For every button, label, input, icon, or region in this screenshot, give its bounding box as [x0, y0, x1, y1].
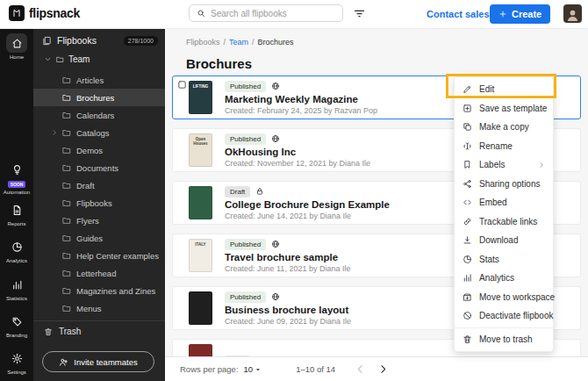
- folder-label: Help Center examples: [76, 251, 159, 261]
- folder-icon: [62, 269, 71, 277]
- sidebar-folder-calendars[interactable]: Calendars: [33, 106, 165, 124]
- rail-item-reports[interactable]: Reports: [0, 200, 33, 226]
- soon-badge: SOON: [8, 181, 26, 188]
- menu-divider: [455, 327, 553, 328]
- settings-gear-icon: [11, 353, 23, 364]
- invite-teammates-button[interactable]: Invite teammates: [42, 351, 154, 372]
- search-input[interactable]: Search all flipbooks: [189, 4, 343, 22]
- menu-item-edit[interactable]: Edit: [455, 80, 553, 99]
- rail-item-analytics[interactable]: Analytics: [0, 237, 33, 263]
- previous-page-button[interactable]: [355, 363, 366, 375]
- rail-item-automation[interactable]: SOON Automation: [0, 160, 33, 195]
- sidebar-folder-articles[interactable]: Articles: [33, 71, 165, 89]
- menu-item-download[interactable]: Download: [455, 231, 553, 250]
- menu-item-labels[interactable]: Labels: [455, 155, 553, 175]
- statistics-icon: [11, 279, 23, 291]
- sidebar-folder-draft[interactable]: Draft: [33, 176, 165, 194]
- rail-item-statistics[interactable]: Statistics: [0, 275, 33, 301]
- menu-item-analytics[interactable]: Analytics: [455, 269, 553, 288]
- menu-item-move-to-workspace[interactable]: Move to workspace: [455, 288, 553, 307]
- folder-icon: [62, 216, 71, 225]
- breadcrumb-team[interactable]: Team: [229, 38, 248, 47]
- breadcrumb-separator: /: [224, 38, 226, 47]
- menu-item-rename[interactable]: Rename: [455, 137, 553, 156]
- code-icon: [463, 198, 472, 207]
- icon-rail: Home SOON Automation Reports Analytics S…: [0, 28, 33, 381]
- chevron-right-icon: [51, 129, 58, 136]
- sidebar-folder-menus[interactable]: Menus: [33, 299, 165, 317]
- flipbook-thumbnail: ITALY: [189, 239, 212, 272]
- sidebar-folder-demos[interactable]: Demos: [33, 141, 165, 159]
- breadcrumb-flipbooks[interactable]: Flipbooks: [186, 38, 220, 47]
- rail-label: Automation: [4, 190, 30, 195]
- sidebar-folder-flyers[interactable]: Flyers: [33, 212, 165, 229]
- create-button[interactable]: Create: [490, 4, 550, 24]
- sidebar-header-flipbooks[interactable]: Flipbooks 278/1000: [33, 28, 165, 51]
- menu-item-embed[interactable]: Embed: [455, 193, 553, 212]
- rail-item-branding[interactable]: Branding: [0, 312, 33, 338]
- sidebar-header-label: Flipbooks: [57, 35, 97, 46]
- next-page-button[interactable]: [377, 363, 389, 375]
- sidebar-folder-catalogs[interactable]: Catalogs: [33, 124, 165, 141]
- menu-item-label: Move to trash: [479, 334, 533, 344]
- copy-icon: [463, 122, 472, 132]
- user-avatar[interactable]: [563, 4, 582, 23]
- globe-icon: [271, 292, 280, 301]
- contact-sales-link[interactable]: Contact sales: [427, 9, 490, 19]
- flipbook-context-menu: Edit Save as template Make a copy Rename…: [454, 76, 554, 352]
- rows-per-page-value: 10: [244, 364, 254, 374]
- page-title: Brochures: [186, 56, 252, 71]
- menu-item-save-as-template[interactable]: Save as template: [455, 99, 553, 119]
- top-bar: flipsnack Search all flipbooks Contact s…: [0, 0, 588, 29]
- folder-icon: [62, 163, 71, 172]
- rows-per-page-label: Rows per page:: [180, 364, 239, 374]
- rail-item-settings[interactable]: Settings: [0, 349, 33, 375]
- breadcrumb-current: Brochures: [258, 38, 294, 47]
- menu-item-label: Stats: [479, 255, 499, 264]
- menu-item-move-to-trash[interactable]: Move to trash: [455, 330, 553, 349]
- filter-icon[interactable]: [353, 7, 366, 20]
- folder-label: Documents: [76, 163, 118, 173]
- flipbook-title: Marketing Weekly Magazine: [225, 94, 377, 104]
- flipbook-meta: Created: June 11, 2021 by Diana Ile: [225, 264, 350, 273]
- invite-icon: [59, 357, 68, 367]
- sidebar-item-team[interactable]: Team: [33, 51, 165, 68]
- home-icon: [11, 38, 23, 49]
- folder-label: Brochures: [76, 93, 114, 103]
- sidebar-folder-help-center-examples[interactable]: Help Center examples: [33, 247, 165, 264]
- folder-icon: [62, 304, 71, 313]
- sidebar-folder-brochures[interactable]: Brochures: [33, 89, 165, 106]
- menu-item-sharing-options[interactable]: Sharing options: [455, 175, 553, 194]
- menu-item-make-a-copy[interactable]: Make a copy: [455, 118, 553, 137]
- sidebar-folder-flipbooks[interactable]: Flipbooks: [33, 194, 165, 212]
- status-badge: Draft: [225, 186, 250, 198]
- reports-icon: [11, 205, 23, 216]
- menu-item-label: Embed: [479, 198, 507, 207]
- folder-icon: [62, 93, 71, 102]
- sidebar-folder-magazines-and-zines[interactable]: Magazines and Zines: [33, 282, 165, 299]
- status-badge: Published: [225, 133, 266, 145]
- flipbook-title: Travel brochure sample: [225, 252, 350, 262]
- person-icon: [565, 8, 580, 23]
- menu-item-stats[interactable]: Stats: [455, 250, 553, 270]
- flipbook-thumbnail: [189, 291, 212, 325]
- sidebar-folder-documents[interactable]: Documents: [33, 159, 165, 176]
- rows-per-page-select[interactable]: 10: [244, 364, 263, 374]
- folder-label: Letterhead: [76, 269, 116, 278]
- branding-icon: [11, 316, 23, 327]
- row-checkbox[interactable]: [177, 80, 187, 90]
- menu-item-deactivate-flipbook[interactable]: Deactivate flipbook: [455, 306, 553, 326]
- rail-item-home[interactable]: Home: [0, 33, 33, 60]
- menu-item-label: Analytics: [479, 273, 514, 283]
- sidebar-folder-guides[interactable]: Guides: [33, 229, 165, 247]
- folder-label: Flipbooks: [76, 198, 112, 208]
- folder-icon: [62, 234, 71, 242]
- link-icon: [463, 217, 472, 226]
- flipbook-meta: Created: February 24, 2025 by Razvan Pop: [225, 106, 377, 115]
- sidebar-item-trash[interactable]: Trash: [33, 320, 165, 341]
- sidebar-folder-letterhead[interactable]: Letterhead: [33, 264, 165, 282]
- flipsnack-logo[interactable]: flipsnack: [9, 5, 80, 21]
- menu-item-trackable-links[interactable]: Trackable links: [455, 212, 553, 232]
- flipbook-thumbnail: Open Houses: [189, 133, 212, 167]
- trash-icon: [463, 334, 472, 344]
